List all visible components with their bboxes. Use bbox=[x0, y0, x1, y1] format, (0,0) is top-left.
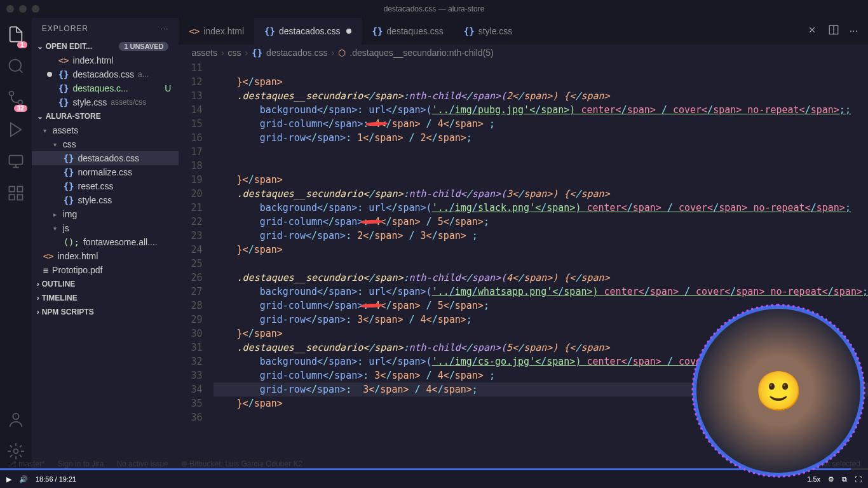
video-controls: ▶ 🔊 18:56 / 19:21 1.5x ⚙ ⧉ ⛶ bbox=[0, 470, 868, 488]
open-editor-item[interactable]: {}destacados.css a... bbox=[32, 67, 179, 81]
tab-bar: <>index.html{}destacados.css{}destaques.… bbox=[179, 18, 868, 44]
svg-rect-5 bbox=[17, 187, 22, 192]
breadcrumb-part[interactable]: assets bbox=[191, 48, 217, 58]
volume-icon[interactable]: 🔊 bbox=[19, 475, 28, 484]
window-title: destacados.css — alura-store bbox=[384, 4, 485, 13]
playback-speed[interactable]: 1.5x bbox=[807, 475, 820, 483]
account-icon[interactable] bbox=[7, 410, 25, 431]
traffic-lights bbox=[6, 5, 39, 13]
presenter-avatar: 🙂 bbox=[693, 305, 864, 477]
chevron-down-icon: ⌄ bbox=[37, 112, 43, 121]
file-item[interactable]: ();fontawesome.all.... bbox=[32, 235, 179, 249]
svg-rect-3 bbox=[9, 156, 22, 165]
pip-icon[interactable]: ⧉ bbox=[842, 475, 847, 484]
item-label: style.css bbox=[78, 195, 112, 205]
file-icon: {} bbox=[464, 26, 475, 36]
more-icon[interactable]: ··· bbox=[850, 25, 858, 37]
editor-tab[interactable]: {}style.css bbox=[454, 18, 523, 44]
status-item[interactable]: No active issue bbox=[116, 459, 168, 468]
search-icon[interactable] bbox=[7, 57, 25, 78]
activity-bar: 1 32 bbox=[0, 18, 32, 470]
source-control-icon[interactable]: 32 bbox=[7, 89, 25, 109]
unsaved-badge: 1 UNSAVED bbox=[119, 42, 168, 51]
item-label: reset.css bbox=[78, 181, 114, 191]
file-item[interactable]: {}style.css bbox=[32, 193, 179, 207]
explorer-title: EXPLORER bbox=[42, 24, 88, 33]
tab-label: style.css bbox=[478, 26, 513, 36]
editor-tab[interactable]: <>index.html bbox=[179, 18, 254, 44]
item-label: js bbox=[63, 223, 69, 233]
open-editor-item[interactable]: <>index.html bbox=[32, 53, 179, 67]
more-icon[interactable]: ··· bbox=[160, 24, 168, 33]
status-item[interactable]: Bitbucket: Luis Garcia Oduber K2 bbox=[189, 459, 302, 468]
debug-icon[interactable] bbox=[7, 121, 25, 141]
status-item[interactable]: Sign in to Jira bbox=[58, 459, 104, 468]
file-name: style.css bbox=[73, 97, 107, 107]
fullscreen-icon[interactable]: ⛶ bbox=[855, 475, 862, 483]
open-editor-item[interactable]: {}destaques.c...U bbox=[32, 81, 179, 95]
chevron-right-icon: › bbox=[37, 280, 39, 288]
file-item[interactable]: {}reset.css bbox=[32, 179, 179, 193]
close-light[interactable] bbox=[6, 5, 14, 13]
breadcrumb-part[interactable]: .destaques__secundario:nth-child(5) bbox=[349, 48, 493, 58]
breadcrumb-part[interactable]: destacados.css bbox=[266, 48, 328, 58]
chevron-icon: ▾ bbox=[53, 141, 57, 148]
minimize-light[interactable] bbox=[19, 5, 27, 13]
maximize-light[interactable] bbox=[32, 5, 39, 13]
file-path: a... bbox=[138, 70, 149, 79]
annotation-scribble bbox=[361, 303, 383, 308]
section-header[interactable]: ›TIMELINE bbox=[32, 291, 179, 305]
breadcrumb[interactable]: assets› css› {} destacados.css› ⬡ .desta… bbox=[179, 44, 868, 61]
tab-label: destacados.css bbox=[279, 26, 341, 36]
chevron-right-icon: › bbox=[37, 294, 39, 302]
play-icon[interactable]: ▶ bbox=[6, 475, 11, 484]
remote-icon[interactable] bbox=[7, 152, 25, 173]
file-icon: {} bbox=[64, 195, 74, 205]
project-section[interactable]: ⌄ ALURA-STORE bbox=[32, 109, 179, 123]
compare-icon[interactable] bbox=[806, 24, 818, 38]
editor-tab[interactable]: {}destacados.css bbox=[254, 18, 362, 44]
item-label: index.html bbox=[58, 251, 98, 261]
file-item[interactable]: <>index.html bbox=[32, 249, 179, 263]
file-icon: {} bbox=[372, 26, 383, 36]
folder-js[interactable]: ▾js bbox=[32, 221, 179, 235]
dirty-dot-icon bbox=[346, 29, 351, 34]
project-name-label: ALURA-STORE bbox=[46, 112, 101, 121]
chevron-icon: ▸ bbox=[53, 211, 57, 218]
extensions-icon[interactable] bbox=[7, 184, 25, 205]
split-icon[interactable] bbox=[828, 24, 839, 38]
file-icon: {} bbox=[58, 69, 69, 79]
folder-img[interactable]: ▸img bbox=[32, 207, 179, 221]
settings-icon[interactable]: ⚙ bbox=[828, 475, 834, 484]
sidebar-header: EXPLORER ··· bbox=[32, 18, 179, 39]
explorer-icon[interactable]: 1 bbox=[7, 25, 25, 46]
svg-rect-4 bbox=[9, 187, 14, 192]
editor-tab[interactable]: {}destaques.css bbox=[362, 18, 453, 44]
file-item[interactable]: {}normalize.css bbox=[32, 165, 179, 179]
explorer-badge: 1 bbox=[17, 41, 27, 48]
folder-assets[interactable]: ▾assets bbox=[32, 123, 179, 137]
file-name: destaques.c... bbox=[73, 83, 128, 93]
open-editor-item[interactable]: {}style.css assets/css bbox=[32, 95, 179, 109]
section-header[interactable]: ›NPM SCRIPTS bbox=[32, 305, 179, 319]
breadcrumb-part[interactable]: css bbox=[228, 48, 241, 58]
file-path: assets/css bbox=[111, 98, 146, 107]
folder-css[interactable]: ▾css bbox=[32, 137, 179, 151]
sidebar: EXPLORER ··· ⌄ OPEN EDIT... 1 UNSAVED <>… bbox=[32, 18, 179, 470]
git-status: U bbox=[165, 83, 171, 93]
file-icon: {} bbox=[58, 97, 69, 107]
file-item[interactable]: {}destacados.css bbox=[32, 151, 179, 165]
item-label: assets bbox=[53, 125, 78, 135]
svg-rect-7 bbox=[17, 194, 22, 200]
chevron-icon: ▾ bbox=[43, 127, 46, 134]
section-header[interactable]: ›OUTLINE bbox=[32, 277, 179, 291]
section-label: NPM SCRIPTS bbox=[42, 308, 94, 316]
git-branch[interactable]: master* bbox=[18, 459, 44, 468]
file-icon: <> bbox=[58, 55, 69, 65]
item-label: destacados.css bbox=[78, 153, 140, 163]
video-time: 18:56 / 19:21 bbox=[36, 475, 76, 483]
open-editors-label: OPEN EDIT... bbox=[46, 42, 92, 51]
file-item[interactable]: ≡Prototipo.pdf bbox=[32, 263, 179, 277]
open-editors-section[interactable]: ⌄ OPEN EDIT... 1 UNSAVED bbox=[32, 39, 179, 53]
file-name: index.html bbox=[73, 55, 114, 65]
